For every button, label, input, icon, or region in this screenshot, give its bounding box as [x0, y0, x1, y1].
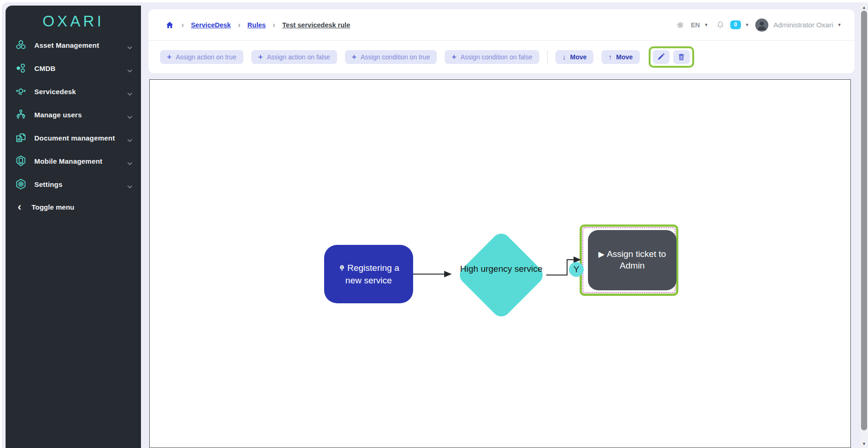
button-label: Assign condition on true [361, 53, 430, 61]
sidebar-item-manage-users[interactable]: Manage users [6, 103, 141, 126]
button-label: Move [616, 53, 633, 61]
avatar[interactable] [755, 19, 768, 32]
document-management-icon [15, 132, 27, 144]
manage-users-icon [15, 109, 27, 121]
chevron-down-icon[interactable]: ▾ [746, 22, 749, 28]
play-icon: ▶ [599, 250, 605, 259]
sidebar: OXARI Asset Management CMDB [6, 6, 141, 448]
chevron-down-icon [127, 136, 133, 140]
breadcrumb-separator: › [238, 21, 241, 29]
assign-condition-on-true-button[interactable]: + Assign condition on true [345, 50, 437, 64]
chevron-left-icon: ‹ [18, 201, 21, 212]
sidebar-item-label: Document management [34, 134, 127, 142]
toolbar-divider [547, 50, 548, 64]
breadcrumb-row: › ServiceDesk › Rules › Test servicedesk… [148, 9, 855, 41]
toggle-menu-label: Toggle menu [32, 203, 74, 211]
cmdb-icon [15, 62, 27, 74]
selected-node-actions-group [649, 46, 694, 68]
sidebar-item-label: Mobile Management [34, 157, 127, 165]
scroll-down-arrow[interactable]: ▼ [860, 442, 868, 446]
language-selector[interactable]: EN [691, 21, 700, 29]
edit-button[interactable] [653, 50, 670, 64]
chevron-down-icon [127, 113, 133, 116]
notification-bell-icon[interactable] [715, 20, 725, 30]
scroll-up-arrow[interactable]: ▲ [860, 5, 868, 10]
action-node-label: Assign ticket to Admin [607, 249, 666, 270]
home-icon[interactable] [165, 20, 174, 30]
trigger-node-label: Registering a new service [345, 263, 399, 285]
scrollbar-thumb[interactable] [861, 11, 867, 430]
assign-action-on-true-button[interactable]: + Assign action on true [160, 50, 243, 64]
sidebar-item-settings[interactable]: Settings [6, 173, 141, 196]
sidebar-item-label: Manage users [34, 111, 127, 119]
notification-count-badge: 0 [730, 20, 741, 29]
toggle-menu-button[interactable]: ‹ Toggle menu [6, 197, 141, 217]
chevron-down-icon [127, 43, 133, 47]
plus-icon: + [167, 53, 172, 61]
sidebar-item-label: Asset Management [34, 41, 127, 49]
sidebar-item-mobile-management[interactable]: Mobile Management [6, 149, 141, 173]
action-node[interactable]: ▶Assign ticket to Admin [588, 230, 677, 290]
servicedesk-icon [15, 85, 27, 97]
header-card: › ServiceDesk › Rules › Test servicedesk… [148, 9, 855, 73]
breadcrumb-separator: › [273, 21, 275, 29]
button-label: Assign action on true [176, 53, 236, 61]
plus-icon: + [258, 53, 263, 61]
chevron-down-icon [127, 66, 133, 70]
asset-management-icon [15, 39, 27, 51]
chevron-down-icon [127, 159, 133, 163]
sidebar-item-asset-management[interactable]: Asset Management [6, 33, 141, 57]
sidebar-item-label: Servicedesk [34, 88, 127, 96]
sidebar-item-document-management[interactable]: Document management [6, 126, 141, 149]
chevron-down-icon [127, 90, 133, 93]
sidebar-item-cmdb[interactable]: CMDB [6, 57, 141, 80]
rule-flowchart-canvas[interactable]: Registering a new service High urgency s… [149, 79, 851, 448]
oxari-logo: OXARI [6, 12, 141, 31]
gear-icon[interactable] [676, 20, 685, 30]
arrow-down-icon: ↓ [562, 53, 566, 60]
arrow-up-icon: ↑ [608, 53, 612, 60]
breadcrumb-link-rules[interactable]: Rules [248, 21, 266, 29]
edge-label-yes: Y [569, 262, 584, 277]
assign-action-on-false-button[interactable]: + Assign action on false [251, 50, 337, 64]
vertical-scrollbar[interactable]: ▲ ▼ [860, 2, 868, 448]
breadcrumb-link-servicedesk[interactable]: ServiceDesk [191, 21, 231, 29]
settings-icon [15, 178, 27, 190]
plus-icon: + [352, 53, 357, 61]
application-window: OXARI Asset Management CMDB [0, 0, 868, 448]
breadcrumb-separator: › [181, 21, 184, 29]
topbar-controls: EN ▾ 0 ▾ Administrator [676, 19, 841, 32]
sidebar-item-label: CMDB [34, 64, 127, 72]
pencil-icon [657, 52, 665, 61]
delete-button[interactable] [673, 50, 690, 64]
breadcrumb: › ServiceDesk › Rules › Test servicedesk… [165, 20, 350, 30]
move-up-button[interactable]: ↑ Move [601, 50, 639, 64]
chevron-down-icon[interactable]: ▾ [705, 22, 708, 28]
rule-toolbar: + Assign action on true + Assign action … [148, 41, 855, 73]
plus-icon: + [452, 53, 456, 61]
mobile-management-icon [15, 155, 27, 167]
button-label: Move [570, 53, 587, 61]
lightbulb-icon [338, 264, 346, 275]
chevron-down-icon [127, 182, 133, 186]
chevron-down-icon[interactable]: ▾ [838, 22, 841, 28]
breadcrumb-current: Test servicedesk rule [282, 21, 350, 29]
move-down-button[interactable]: ↓ Move [555, 50, 594, 64]
user-name[interactable]: Administrator Oxari [773, 21, 833, 29]
trash-icon [677, 52, 686, 61]
sidebar-item-servicedesk[interactable]: Servicedesk [6, 80, 141, 103]
sidebar-item-label: Settings [34, 180, 127, 188]
assign-condition-on-false-button[interactable]: + Assign condition on false [445, 50, 539, 64]
trigger-node[interactable]: Registering a new service [324, 245, 413, 303]
button-label: Assign condition on false [460, 53, 532, 61]
button-label: Assign action on false [267, 53, 330, 61]
